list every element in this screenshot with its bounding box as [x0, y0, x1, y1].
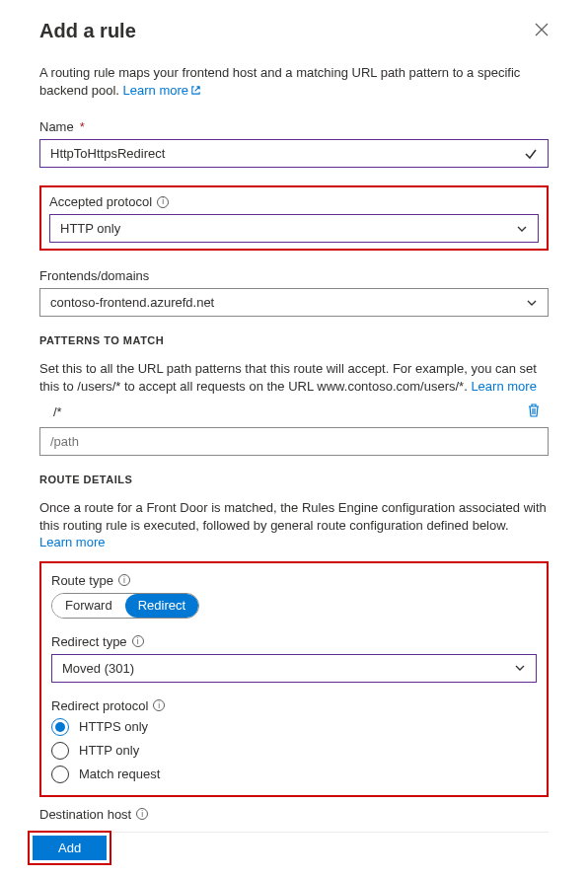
learn-more-link[interactable]: Learn more	[39, 535, 105, 549]
info-icon[interactable]: i	[157, 196, 169, 208]
trash-icon[interactable]	[527, 402, 541, 421]
chevron-down-icon	[516, 223, 528, 235]
learn-more-link[interactable]: Learn more	[123, 83, 201, 98]
info-icon[interactable]: i	[136, 808, 148, 820]
panel-title: Add a rule	[39, 20, 136, 42]
route-type-label: Route type i	[51, 573, 537, 588]
redirect-type-select[interactable]: Moved (301)	[51, 654, 537, 683]
redirect-type-label: Redirect type i	[51, 634, 537, 649]
accepted-protocol-highlight: Accepted protocol i HTTP only	[39, 185, 549, 251]
route-type-forward[interactable]: Forward	[52, 594, 125, 618]
patterns-heading: PATTERNS TO MATCH	[39, 334, 549, 346]
frontends-select[interactable]: contoso-frontend.azurefd.net	[39, 288, 549, 317]
accepted-protocol-label: Accepted protocol i	[49, 194, 539, 209]
route-details-highlight: Route type i Forward Redirect Redirect t…	[39, 561, 549, 797]
checkmark-icon	[524, 147, 538, 161]
name-input[interactable]: HttpToHttpsRedirect	[39, 139, 549, 168]
redirect-protocol-label: Redirect protocol i	[51, 698, 537, 713]
info-icon[interactable]: i	[153, 699, 165, 711]
chevron-down-icon	[526, 297, 538, 309]
external-link-icon	[190, 83, 201, 101]
pattern-input[interactable]	[39, 427, 549, 456]
rule-description: A routing rule maps your frontend host a…	[39, 64, 549, 100]
patterns-description: Set this to all the URL path patterns th…	[39, 360, 549, 395]
route-type-toggle: Forward Redirect	[51, 593, 199, 619]
name-label: Name*	[39, 119, 549, 134]
redirect-protocol-http[interactable]: HTTP only	[51, 742, 537, 760]
divider	[39, 832, 549, 833]
accepted-protocol-select[interactable]: HTTP only	[49, 214, 539, 243]
route-heading: ROUTE DETAILS	[39, 474, 549, 485]
destination-host-label: Destination host i	[39, 807, 549, 822]
redirect-protocol-match[interactable]: Match request	[51, 766, 537, 783]
route-description: Once a route for a Front Door is matched…	[39, 499, 549, 551]
add-button[interactable]: Add	[33, 836, 107, 860]
learn-more-link[interactable]: Learn more	[471, 379, 536, 394]
pattern-entry: /*	[39, 404, 517, 419]
redirect-protocol-https[interactable]: HTTPS only	[51, 718, 537, 736]
info-icon[interactable]: i	[132, 635, 144, 647]
add-button-highlight: Add	[28, 831, 111, 865]
info-icon[interactable]: i	[118, 574, 130, 586]
frontends-label: Frontends/domains	[39, 268, 549, 283]
chevron-down-icon	[514, 662, 526, 674]
route-type-redirect[interactable]: Redirect	[125, 594, 198, 618]
close-icon[interactable]	[535, 23, 549, 40]
